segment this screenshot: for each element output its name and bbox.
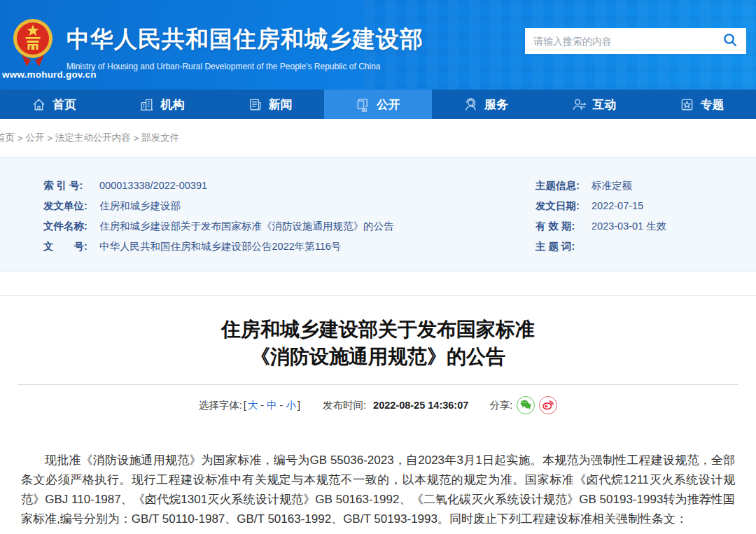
meta-value: 2023-03-01 生效 bbox=[592, 219, 666, 233]
meta-value: 000013338/2022-00391 bbox=[99, 178, 207, 192]
search-input[interactable] bbox=[533, 36, 722, 47]
nav-item-interaction[interactable]: 互动 bbox=[540, 90, 648, 119]
nav-item-label: 新闻 bbox=[269, 97, 293, 113]
nav-item-label: 互动 bbox=[593, 97, 617, 113]
metadata-left-column: 索 引 号: 000013338/2022-00391 发文单位: 住房和城乡建… bbox=[43, 178, 491, 272]
document-metadata: 索 引 号: 000013338/2022-00391 发文单位: 住房和城乡建… bbox=[0, 157, 756, 272]
weibo-share-button[interactable] bbox=[539, 396, 557, 414]
nav-item-news[interactable]: 新闻 bbox=[216, 90, 324, 119]
font-size-small-button[interactable]: 小 bbox=[286, 399, 296, 412]
section-divider bbox=[0, 272, 756, 296]
nav-item-organization[interactable]: 机构 bbox=[108, 90, 216, 119]
meta-label: 发文单位: bbox=[43, 199, 95, 213]
meta-label: 主 题 词: bbox=[536, 239, 587, 253]
weibo-icon bbox=[542, 398, 554, 413]
breadcrumb-ministry-documents[interactable]: 部发文件 bbox=[141, 132, 179, 144]
publish-time-group: 发布时间: 2022-08-25 14:36:07 bbox=[323, 399, 468, 412]
wechat-share-button[interactable] bbox=[517, 396, 535, 414]
search-box bbox=[525, 28, 746, 54]
meta-label: 索 引 号: bbox=[43, 178, 95, 192]
nav-item-label: 服务 bbox=[484, 97, 508, 113]
article-toolbar: 选择字体: [ 大 - 中 - 小 ] 发布时间: 2022-08-25 14:… bbox=[21, 396, 735, 414]
document-title: 住房和城乡建设部关于发布国家标准 《消防设施通用规范》的公告 bbox=[21, 316, 735, 370]
font-separator: - bbox=[258, 400, 267, 411]
article-body: 现批准《消防设施通用规范》为国家标准，编号为GB 55036-2023，自202… bbox=[21, 451, 735, 529]
meta-label: 主题信息: bbox=[536, 178, 587, 192]
article: 住房和城乡建设部关于发布国家标准 《消防设施通用规范》的公告 选择字体: [ 大… bbox=[0, 296, 756, 529]
meta-value: 住房和城乡建设部关于发布国家标准《消防设施通用规范》的公告 bbox=[99, 219, 394, 233]
share-group: 分享: bbox=[489, 396, 557, 414]
interaction-icon bbox=[572, 97, 587, 112]
breadcrumb-disclosure[interactable]: 公开 bbox=[25, 132, 44, 144]
meta-row-effective-date: 有 效 期: 2023-03-01 生效 bbox=[536, 219, 756, 233]
font-size-medium-button[interactable]: 中 bbox=[267, 399, 277, 412]
breadcrumb-separator: > bbox=[131, 133, 141, 143]
organization-icon bbox=[139, 97, 154, 112]
meta-row-document-name: 文件名称: 住房和城乡建设部关于发布国家标准《消防设施通用规范》的公告 bbox=[43, 219, 491, 233]
home-icon bbox=[31, 97, 46, 112]
meta-row-document-number: 文 号: 中华人民共和国住房和城乡建设部公告2022年第116号 bbox=[43, 239, 491, 253]
font-size-large-button[interactable]: 大 bbox=[248, 399, 258, 412]
meta-row-index-number: 索 引 号: 000013338/2022-00391 bbox=[43, 178, 491, 192]
breadcrumb-separator: > bbox=[44, 133, 55, 143]
meta-row-issue-date: 发文日期: 2022-07-15 bbox=[536, 199, 756, 213]
search-icon bbox=[722, 32, 738, 50]
font-selector-label: 选择字体: bbox=[199, 399, 242, 412]
site-header: www.mohurd.gov.cn 中华人民共和国住房和城乡建设部 Minist… bbox=[0, 0, 756, 90]
nav-item-disclosure[interactable]: 公开 bbox=[324, 90, 432, 119]
meta-value: 中华人民共和国住房和城乡建设部公告2022年第116号 bbox=[99, 239, 341, 253]
meta-row-topic-info: 主题信息: 标准定额 bbox=[536, 178, 756, 192]
nav-item-label: 专题 bbox=[701, 97, 724, 113]
disclosure-icon bbox=[356, 97, 370, 112]
nav-item-home[interactable]: 首页 bbox=[0, 90, 108, 119]
breadcrumb: 首页 > 公开 > 法定主动公开内容 > 部发文件 bbox=[0, 119, 756, 157]
meta-label: 有 效 期: bbox=[536, 219, 587, 233]
meta-row-keywords: 主 题 词: bbox=[536, 239, 756, 253]
document-title-line2: 《消防设施通用规范》的公告 bbox=[21, 343, 735, 370]
nav-item-label: 首页 bbox=[52, 97, 76, 113]
meta-row-issuing-unit: 发文单位: 住房和城乡建设部 bbox=[43, 199, 491, 213]
breadcrumb-home[interactable]: 首页 bbox=[0, 132, 15, 144]
meta-value: 住房和城乡建设部 bbox=[99, 199, 181, 213]
nav-item-label: 机构 bbox=[160, 97, 184, 113]
news-icon bbox=[248, 97, 262, 112]
search-button[interactable] bbox=[722, 32, 738, 50]
meta-label: 文件名称: bbox=[43, 219, 95, 233]
publish-time-label: 发布时间: bbox=[323, 400, 366, 411]
breadcrumb-separator: > bbox=[15, 133, 25, 143]
font-bracket-close: ] bbox=[296, 400, 302, 411]
share-label: 分享: bbox=[489, 399, 512, 412]
main-nav: 首页 机构 新闻 公开 服务 互动 专题 bbox=[0, 90, 756, 119]
service-agent-icon bbox=[463, 97, 478, 112]
font-separator: - bbox=[277, 400, 286, 411]
meta-label: 文 号: bbox=[43, 239, 95, 253]
metadata-right-column: 主题信息: 标准定额 发文日期: 2022-07-15 有 效 期: 2023-… bbox=[491, 178, 756, 272]
font-bracket-open: [ bbox=[242, 400, 248, 411]
nav-item-services[interactable]: 服务 bbox=[432, 90, 540, 119]
document-title-line1: 住房和城乡建设部关于发布国家标准 bbox=[21, 316, 735, 343]
meta-value: 标准定额 bbox=[592, 178, 632, 192]
breadcrumb-statutory-disclosure[interactable]: 法定主动公开内容 bbox=[55, 132, 131, 144]
topics-star-icon bbox=[680, 97, 694, 112]
nav-item-label: 公开 bbox=[377, 97, 400, 113]
site-title-en: Ministry of Housing and Urban-Rural Deve… bbox=[66, 62, 424, 71]
meta-label: 发文日期: bbox=[536, 199, 587, 213]
nav-item-topics[interactable]: 专题 bbox=[648, 90, 756, 119]
site-title: 中华人民共和国住房和城乡建设部 Ministry of Housing and … bbox=[66, 24, 424, 71]
publish-time-value: 2022-08-25 14:36:07 bbox=[373, 400, 468, 411]
wechat-icon bbox=[519, 398, 532, 413]
site-title-cn: 中华人民共和国住房和城乡建设部 bbox=[66, 26, 424, 52]
national-emblem bbox=[13, 17, 53, 71]
title-divider bbox=[18, 384, 738, 385]
meta-value: 2022-07-15 bbox=[592, 199, 643, 213]
